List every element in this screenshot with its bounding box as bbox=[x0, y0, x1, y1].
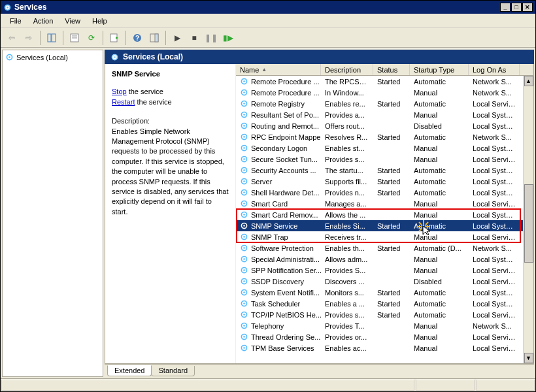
col-description[interactable]: Description bbox=[321, 64, 373, 75]
service-logon: Network S... bbox=[469, 89, 520, 97]
pause-service-button[interactable]: ❚❚ bbox=[204, 31, 218, 45]
service-startup: Manual bbox=[410, 322, 469, 330]
service-name: Smart Card bbox=[251, 200, 288, 208]
table-row[interactable]: Resultant Set of Po...Provides a...Manua… bbox=[236, 109, 533, 120]
status-cell-1 bbox=[416, 380, 475, 391]
service-desc: Allows the ... bbox=[321, 211, 373, 219]
table-row[interactable]: RPC Endpoint MapperResolves R...StartedA… bbox=[236, 131, 533, 142]
col-startup[interactable]: Startup Type bbox=[410, 64, 469, 75]
menu-action[interactable]: Action bbox=[28, 16, 59, 26]
table-row[interactable]: Smart CardManages a...ManualLocal Servic… bbox=[236, 198, 533, 209]
service-logon: Local System bbox=[469, 255, 520, 263]
service-icon bbox=[240, 266, 248, 274]
service-startup: Automatic bbox=[410, 300, 469, 308]
service-startup: Automatic bbox=[410, 78, 469, 86]
services-list: Name▲ Description Status Startup Type Lo… bbox=[236, 64, 533, 363]
table-row[interactable]: Remote RegistryEnables re...StartedAutom… bbox=[236, 98, 533, 109]
service-logon: Local Service bbox=[469, 311, 520, 319]
pane-header: Services (Local) bbox=[105, 50, 534, 64]
restart-service-link[interactable]: Restart bbox=[112, 98, 135, 106]
service-desc: The startu... bbox=[321, 167, 373, 174]
forward-button[interactable]: ⇨ bbox=[22, 31, 36, 45]
service-name: Software Protection bbox=[251, 244, 314, 252]
help-button[interactable]: ? bbox=[130, 31, 144, 45]
stop-service-button[interactable]: ■ bbox=[187, 31, 201, 45]
show-hide-tree-button[interactable] bbox=[44, 31, 59, 45]
service-desc: Provides T... bbox=[321, 322, 373, 330]
table-row[interactable]: Security Accounts ...The startu...Starte… bbox=[236, 165, 533, 176]
menu-help[interactable]: Help bbox=[87, 16, 112, 26]
service-icon bbox=[240, 288, 248, 297]
right-pane: Services (Local) SNMP Service Stop the s… bbox=[105, 50, 534, 377]
table-row[interactable]: Remote Procedure ...The RPCSS...StartedA… bbox=[236, 76, 533, 87]
tab-extended[interactable]: Extended bbox=[107, 365, 152, 376]
table-row[interactable]: TCP/IP NetBIOS He...Provides s...Started… bbox=[236, 309, 533, 320]
table-row[interactable]: SNMP TrapReceives tr...ManualLocal Servi… bbox=[236, 231, 533, 242]
table-row[interactable]: Task SchedulerEnables a ...StartedAutoma… bbox=[236, 298, 533, 309]
description-text: Enables Simple Network Management Protoc… bbox=[112, 127, 229, 218]
table-row[interactable]: TelephonyProvides T...ManualNetwork S... bbox=[236, 320, 533, 331]
service-logon: Local System bbox=[469, 289, 520, 297]
close-button[interactable]: ✕ bbox=[522, 3, 533, 12]
scroll-track[interactable] bbox=[524, 86, 533, 353]
tab-standard[interactable]: Standard bbox=[151, 366, 195, 376]
service-icon bbox=[240, 255, 248, 263]
table-row[interactable]: ServerSupports fil...StartedAutomaticLoc… bbox=[236, 176, 533, 187]
service-startup: Manual bbox=[410, 344, 469, 352]
table-row[interactable]: Routing and Remot...Offers rout...Disabl… bbox=[236, 120, 533, 131]
action-pane-button[interactable] bbox=[147, 31, 161, 45]
table-row[interactable]: Software ProtectionEnables th...StartedA… bbox=[236, 242, 533, 253]
menu-view[interactable]: View bbox=[59, 16, 86, 26]
table-row[interactable]: SPP Notification Ser...Provides S...Manu… bbox=[236, 265, 533, 276]
list-body[interactable]: Remote Procedure ...The RPCSS...StartedA… bbox=[236, 76, 533, 363]
svg-point-37 bbox=[243, 191, 244, 193]
table-row[interactable]: Secure Socket Tun...Provides s...ManualL… bbox=[236, 154, 533, 165]
service-desc: Monitors s... bbox=[321, 289, 373, 297]
table-row[interactable]: System Event Notifi...Monitors s...Start… bbox=[236, 287, 533, 298]
table-row[interactable]: Shell Hardware Det...Provides n...Starte… bbox=[236, 187, 533, 198]
service-icon bbox=[240, 88, 248, 97]
tree-pane[interactable]: Services (Local) bbox=[2, 50, 103, 377]
titlebar[interactable]: Services _ □ ✕ bbox=[1, 1, 535, 14]
tree-root-node[interactable]: Services (Local) bbox=[5, 53, 100, 61]
service-name: RPC Endpoint Mapper bbox=[251, 133, 321, 141]
vertical-scrollbar[interactable]: ▲ ▼ bbox=[523, 76, 533, 363]
service-startup: Automatic bbox=[410, 178, 469, 186]
table-row[interactable]: SSDP DiscoveryDiscovers ...DisabledLocal… bbox=[236, 276, 533, 287]
table-row[interactable]: SNMP ServiceEnables Si...StartedAutomati… bbox=[236, 220, 533, 231]
table-row[interactable]: Smart Card Remov...Allows the ...ManualL… bbox=[236, 209, 533, 220]
gear-icon bbox=[5, 53, 14, 61]
back-button[interactable]: ⇦ bbox=[5, 31, 19, 45]
table-row[interactable]: Secondary LogonEnables st...ManualLocal … bbox=[236, 142, 533, 154]
refresh-button[interactable]: ⟳ bbox=[84, 31, 99, 45]
svg-point-43 bbox=[243, 225, 244, 226]
table-row[interactable]: Special Administrati...Allows adm...Manu… bbox=[236, 253, 533, 265]
stop-service-link[interactable]: Stop bbox=[112, 88, 127, 95]
service-icon bbox=[240, 310, 248, 319]
table-row[interactable]: Thread Ordering Se...Provides or...Manua… bbox=[236, 331, 533, 342]
scroll-down-button[interactable]: ▼ bbox=[524, 353, 533, 363]
export-button[interactable] bbox=[107, 31, 122, 45]
col-logon[interactable]: Log On As bbox=[469, 64, 520, 75]
service-startup: Manual bbox=[410, 89, 469, 97]
scroll-thumb[interactable] bbox=[524, 184, 533, 263]
col-name[interactable]: Name▲ bbox=[236, 64, 321, 75]
table-row[interactable]: TPM Base ServicesEnables ac...ManualLoca… bbox=[236, 342, 533, 353]
svg-point-27 bbox=[243, 136, 244, 137]
maximize-button[interactable]: □ bbox=[511, 3, 522, 12]
svg-point-59 bbox=[243, 314, 244, 315]
minimize-button[interactable]: _ bbox=[500, 3, 511, 12]
service-desc: Provides n... bbox=[321, 189, 373, 197]
service-status: Started bbox=[373, 222, 410, 230]
scroll-up-button[interactable]: ▲ bbox=[524, 76, 533, 86]
table-row[interactable]: Remote Procedure ...In Window...ManualNe… bbox=[236, 87, 533, 98]
svg-point-13 bbox=[8, 56, 10, 57]
service-startup: Manual bbox=[410, 255, 469, 263]
service-desc: Resolves R... bbox=[321, 133, 373, 141]
start-service-button[interactable]: ▶ bbox=[170, 31, 184, 45]
service-icon bbox=[240, 77, 248, 86]
menu-file[interactable]: File bbox=[5, 16, 27, 26]
properties-button[interactable] bbox=[67, 31, 82, 45]
col-status[interactable]: Status bbox=[373, 64, 410, 75]
restart-service-button[interactable]: ▮▶ bbox=[221, 31, 235, 45]
